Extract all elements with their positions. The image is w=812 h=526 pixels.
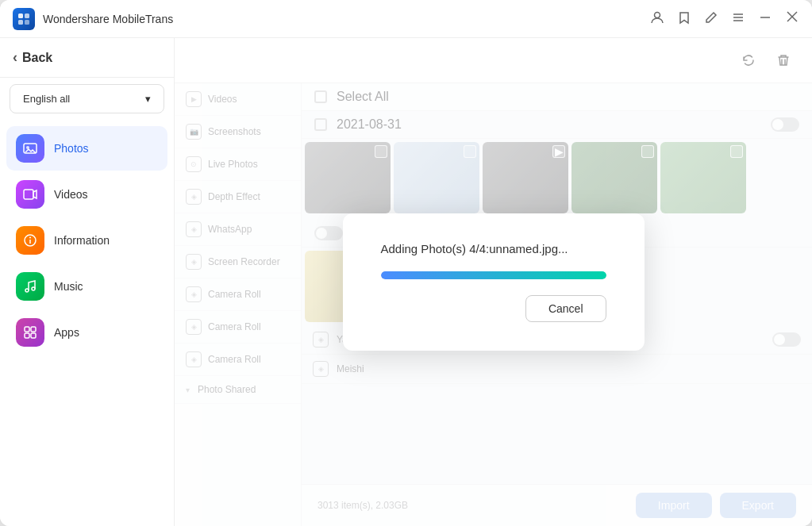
sidebar: ‹ Back English all ▾ Photos Vid [0,38,175,526]
back-arrow-icon: ‹ [13,49,17,66]
information-nav-label: Information [54,234,110,247]
svg-point-17 [25,289,29,292]
sidebar-item-videos[interactable]: Videos [6,172,167,217]
progress-bar-wrap [381,271,606,279]
app-title: Wondershare MobileTrans [43,13,173,25]
language-value: English all [23,93,70,105]
main-layout: ‹ Back English all ▾ Photos Vid [0,38,812,526]
profile-icon[interactable] [650,10,664,28]
title-bar-controls [650,10,799,28]
photos-nav-icon [16,134,44,163]
svg-rect-19 [25,327,29,332]
sidebar-item-music[interactable]: Music [6,264,167,309]
music-nav-icon [16,272,44,301]
sidebar-item-information[interactable]: Information [6,218,167,263]
bookmark-icon[interactable] [677,10,691,28]
chevron-down-icon: ▾ [145,93,151,105]
svg-rect-1 [25,13,29,18]
dialog-actions: Cancel [381,295,606,322]
minimize-icon[interactable] [758,10,772,28]
svg-point-18 [32,287,35,290]
svg-rect-13 [24,190,33,199]
cancel-button[interactable]: Cancel [525,295,606,322]
sidebar-item-photos[interactable]: Photos [6,126,167,171]
svg-point-4 [655,12,660,17]
title-bar-left: Wondershare MobileTrans [13,8,173,30]
svg-rect-2 [18,20,23,25]
app-icon [13,8,35,30]
information-nav-icon [16,226,44,255]
language-selector[interactable]: English all ▾ [10,84,164,113]
svg-rect-0 [18,13,23,18]
sidebar-item-apps[interactable]: Apps [6,310,167,355]
apps-nav-label: Apps [54,326,79,339]
edit-icon[interactable] [704,10,718,28]
progress-bar-fill [381,271,606,279]
svg-rect-21 [25,333,29,338]
close-icon[interactable] [785,10,799,28]
app-window: Wondershare MobileTrans [0,0,812,526]
svg-rect-3 [25,20,29,25]
svg-point-16 [29,237,31,239]
dialog-message: Adding Photo(s) 4/4:unnamed.jpg... [381,242,568,255]
svg-rect-20 [31,327,36,332]
content-area: ▶ Videos 📷 Screenshots ⊙ Live Photos ◈ D… [175,38,812,526]
title-bar: Wondershare MobileTrans [0,0,812,38]
videos-nav-icon [16,180,44,209]
videos-nav-label: Videos [54,188,88,201]
menu-icon[interactable] [731,10,745,28]
back-label: Back [22,51,52,65]
svg-rect-22 [31,333,36,338]
apps-nav-icon [16,318,44,347]
nav-items: Photos Videos Information [0,120,174,361]
photos-nav-label: Photos [54,142,89,155]
music-nav-label: Music [54,280,83,293]
modal-overlay: Adding Photo(s) 4/4:unnamed.jpg... Cance… [175,38,812,526]
back-button[interactable]: ‹ Back [0,38,174,78]
progress-dialog: Adding Photo(s) 4/4:unnamed.jpg... Cance… [343,213,645,351]
